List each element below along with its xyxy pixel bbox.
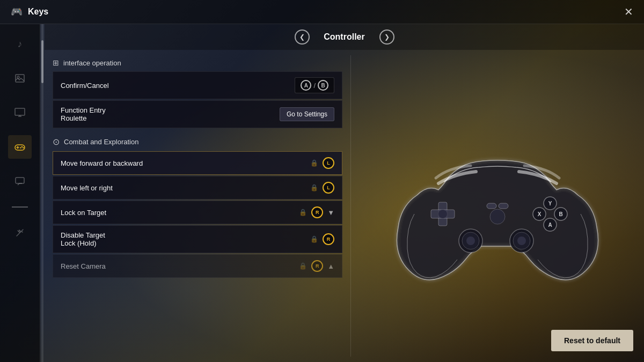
key-label-reset-camera: Reset Camera — [61, 262, 299, 270]
lock-icon-5: 🔒 — [299, 262, 307, 270]
key-binding-move-left-right: 🔒 L — [310, 182, 334, 194]
controller-illustration: Y A X B — [385, 120, 610, 292]
right-stick-icon-2: R — [323, 233, 334, 245]
key-row-confirm-cancel[interactable]: Confirm/Cancel A / B — [53, 71, 342, 99]
panel-content: ⊞ interface operation Confirm/Cancel A /… — [45, 50, 644, 362]
key-binding-reset-camera: 🔒 R ▲ — [299, 260, 334, 272]
sidebar: ♪ — [0, 24, 40, 362]
key-label-disable-lock: Disable TargetLock (Hold) — [61, 231, 310, 247]
scroll-track[interactable] — [41, 24, 43, 362]
left-stick-icon: L — [323, 157, 334, 169]
key-binding-lock-target: 🔒 R ▼ — [299, 206, 334, 218]
controller-area: Y A X B — [351, 50, 644, 362]
chevron-down-icon: ▼ — [327, 209, 334, 217]
svg-rect-26 — [499, 203, 508, 209]
tab-nav: ❮ Controller ❯ — [45, 24, 644, 50]
section-combat-label: Combat and Exploration — [64, 138, 138, 146]
section-combat-exploration: ⊙ Combat and Exploration — [53, 134, 342, 151]
svg-rect-7 — [16, 178, 24, 183]
top-bar: 🎮 Keys ✕ — [0, 0, 644, 24]
close-button[interactable]: ✕ — [624, 5, 633, 18]
section-interface-operation: ⊞ interface operation — [53, 55, 342, 71]
key-label-confirm-cancel: Confirm/Cancel — [61, 82, 295, 90]
svg-text:A: A — [548, 222, 552, 228]
right-stick-icon-3: R — [311, 260, 323, 272]
key-binding-disable-lock: 🔒 R — [310, 233, 334, 245]
right-stick-icon: R — [311, 206, 323, 218]
section-combat-icon: ⊙ — [53, 137, 60, 147]
svg-text:X: X — [538, 211, 541, 217]
slash-divider: / — [313, 82, 316, 90]
b-button: B — [318, 80, 328, 91]
svg-point-27 — [490, 209, 505, 224]
keys-list: ⊞ interface operation Confirm/Cancel A /… — [45, 50, 350, 362]
top-bar-left: 🎮 Keys — [11, 6, 48, 18]
sidebar-item-chat[interactable] — [8, 169, 32, 193]
sidebar-item-controller[interactable] — [8, 135, 32, 159]
go-to-settings-button[interactable]: Go to Settings — [280, 107, 334, 121]
lock-icon-2: 🔒 — [310, 184, 318, 191]
svg-point-5 — [23, 147, 24, 148]
key-row-disable-lock[interactable]: Disable TargetLock (Hold) 🔒 R — [53, 225, 342, 253]
key-row-move-left-right[interactable]: Move left or right 🔒 L — [53, 176, 342, 200]
key-row-lock-target[interactable]: Lock on Target 🔒 R ▼ — [53, 201, 342, 224]
sidebar-item-music[interactable]: ♪ — [8, 32, 32, 56]
chevron-left-icon: ❮ — [299, 33, 305, 41]
sidebar-item-monitor[interactable] — [8, 101, 32, 124]
reset-to-default-button[interactable]: Reset to default — [551, 330, 633, 351]
main-panel: ❮ Controller ❯ ⊞ interface operation — [45, 24, 644, 362]
section-label: interface operation — [63, 59, 121, 67]
lock-icon: 🔒 — [310, 159, 318, 167]
svg-point-6 — [20, 147, 21, 148]
svg-point-4 — [21, 146, 23, 147]
tab-title: Controller — [318, 32, 371, 42]
svg-rect-0 — [16, 75, 24, 82]
a-button: A — [301, 80, 311, 91]
key-row-function-entry[interactable]: Function EntryRoulette Go to Settings — [53, 100, 342, 128]
left-stick-icon-2: L — [323, 182, 334, 194]
key-row-move-forward[interactable]: Move forward or backward 🔒 L — [53, 151, 342, 175]
section-icon: ⊞ — [53, 58, 59, 67]
scroll-thumb — [41, 40, 43, 83]
key-binding-function-entry: Go to Settings — [280, 107, 334, 121]
svg-point-16 — [517, 237, 526, 245]
svg-point-10 — [438, 210, 447, 218]
key-label-move-left-right: Move left or right — [61, 184, 310, 192]
key-binding-move-forward: 🔒 L — [310, 157, 334, 169]
chevron-down-icon-2: ▲ — [327, 262, 334, 270]
lock-icon-3: 🔒 — [299, 209, 307, 216]
key-label-function-entry: Function EntryRoulette — [61, 106, 280, 122]
svg-point-1 — [17, 76, 19, 78]
chevron-right-icon: ❯ — [384, 33, 390, 41]
content-area: ♪ ❮ — [0, 24, 644, 362]
sidebar-item-tools[interactable] — [8, 221, 32, 245]
tab-prev-button[interactable]: ❮ — [295, 29, 310, 45]
key-label-lock-target: Lock on Target — [61, 209, 299, 217]
tab-next-button[interactable]: ❯ — [379, 29, 394, 45]
sidebar-item-image[interactable] — [8, 67, 32, 90]
svg-point-13 — [466, 237, 475, 245]
key-row-reset-camera[interactable]: Reset Camera 🔒 R ▲ — [53, 254, 342, 278]
svg-text:B: B — [559, 211, 562, 217]
svg-rect-25 — [487, 203, 496, 209]
page-title: Keys — [28, 7, 48, 17]
key-binding-confirm-cancel: A / B — [295, 77, 334, 93]
key-label-move-forward: Move forward or backward — [61, 159, 310, 167]
keys-icon: 🎮 — [11, 6, 23, 18]
lock-icon-4: 🔒 — [310, 235, 318, 243]
ab-button: A / B — [295, 77, 334, 93]
svg-text:Y: Y — [548, 201, 552, 206]
svg-rect-2 — [15, 108, 25, 115]
sidebar-divider — [12, 206, 28, 208]
